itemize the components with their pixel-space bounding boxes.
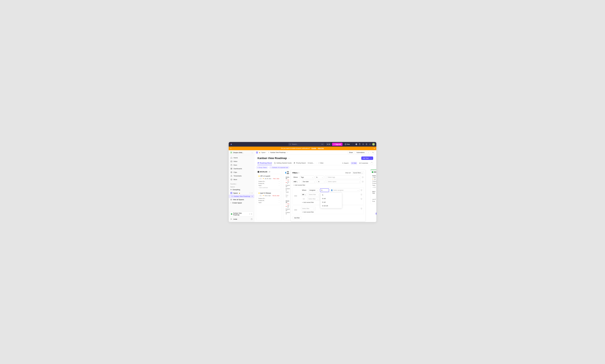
- tab-roadmap-board[interactable]: Roadmap Board: [258, 161, 272, 165]
- task-card[interactable]: Ipad V1 Release ⤷6 ⚑ Feb 5, 4am - Feb 16…: [257, 191, 281, 205]
- enable-notifications-link[interactable]: Enable: [311, 148, 316, 149]
- add-view-button[interactable]: +View: [318, 161, 323, 165]
- subtasks-pill[interactable]: ⤷Subtasks: As separate task: [269, 166, 289, 169]
- automations-button[interactable]: Automations: [355, 151, 366, 154]
- favorites-label[interactable]: Favorites›: [229, 182, 254, 185]
- sidebar-space[interactable]: SSpace🔒⋯+: [229, 191, 254, 195]
- workspace-picker[interactable]: D Dmytro Shkli... ⌄: [229, 150, 254, 155]
- apps-grid-icon[interactable]: [369, 143, 371, 145]
- group-pill[interactable]: ≡Group: Status: [256, 166, 268, 169]
- help-icon[interactable]: [251, 218, 252, 220]
- ai-button[interactable]: ✦ AI: [326, 143, 331, 146]
- collapse-icon[interactable]: ⌃: [370, 162, 373, 165]
- add-filter-button[interactable]: Add filter: [292, 216, 301, 220]
- sidebar-everything[interactable]: ✱Everything: [229, 188, 254, 191]
- filter-operator-select[interactable]: Is⌃ Is Is not Is set Is not set: [320, 189, 329, 192]
- nav-docs[interactable]: Docs: [229, 163, 254, 167]
- add-nested-filter-button[interactable]: +Add nested filter: [301, 211, 362, 213]
- tab-hide-button[interactable]: Hide: [351, 162, 357, 165]
- filter-operator-select[interactable]: Is⌄: [317, 180, 326, 183]
- column-header[interactable]: TO DO: [284, 170, 291, 176]
- sidebar-view-all-spaces[interactable]: View all Spaces: [229, 198, 254, 201]
- clear-all-button[interactable]: Clear all: [345, 172, 351, 174]
- global-search-input[interactable]: Search... ⌘K: [288, 143, 325, 146]
- nav-dashboards[interactable]: Dashboards: [229, 167, 254, 170]
- flag-icon[interactable]: ⚑: [263, 178, 264, 180]
- share-button[interactable]: Share: [348, 151, 354, 154]
- add-subtask-button[interactable]: + ADD S: [372, 187, 376, 188]
- new-button[interactable]: New: [344, 143, 351, 146]
- subtask-count-chip[interactable]: ⤷3: [259, 178, 262, 180]
- filter-field-select[interactable]: Assignee⌄: [308, 189, 319, 192]
- check-circle-icon[interactable]: [355, 143, 358, 145]
- upgrade-button[interactable]: ✦ Upgrade: [332, 143, 343, 146]
- dropdown-item-is-set[interactable]: Is set: [320, 200, 342, 204]
- pinned-item[interactable]: Kanban View Roadmap ↗✕: [230, 211, 253, 217]
- trash-icon[interactable]: [361, 208, 362, 209]
- column-header[interactable]: ✓DON: [370, 170, 376, 174]
- and-join-button[interactable]: AND⌄: [292, 180, 300, 183]
- tab-getting-started[interactable]: Getting Started Guide: [274, 161, 292, 165]
- info-icon[interactable]: ⓘ: [298, 172, 299, 174]
- tab-priority-board[interactable]: Priority Board: [294, 161, 306, 165]
- plus-icon[interactable]: +: [252, 192, 252, 194]
- nav-home[interactable]: Home: [229, 156, 254, 159]
- alarm-icon[interactable]: [362, 143, 364, 145]
- task-card[interactable]: API 1.3 Launch ⤷3 ⚑ Jan 29, 4am - Feb 2,…: [257, 174, 281, 190]
- subtask-count-chip[interactable]: ⤷6: [259, 195, 262, 197]
- tab-customize-button[interactable]: Customize: [358, 162, 369, 165]
- more-dots-icon[interactable]: ⋯: [287, 152, 288, 153]
- dropdown-item-is-not[interactable]: Is not: [320, 197, 342, 200]
- task-card[interactable]: Mobile Ap ⤷UX ⚑Jan 8 Feature DeProduct A…: [285, 176, 290, 198]
- task-card[interactable]: Mobile Ap ⤷Fac ⚑Jan 15 Feature DeProduct…: [285, 199, 290, 215]
- filter-field-select[interactable]: Select filter⌄: [307, 197, 319, 201]
- flag-icon[interactable]: ⚑: [263, 195, 264, 196]
- task-card[interactable]: Mobile A ⤷Fac ⚑Jan Feature DProduct ATea…: [371, 174, 376, 189]
- sidebar-kanban-roadmap[interactable]: Kanban View Roadmap5: [229, 195, 254, 198]
- invite-button[interactable]: Invite: [230, 217, 253, 221]
- filter-field-select[interactable]: Tags⌄: [300, 176, 314, 179]
- close-icon[interactable]: ✕: [374, 148, 375, 149]
- trash-icon[interactable]: [361, 198, 362, 200]
- add-subtask-button[interactable]: + ADD SUBTASK: [259, 187, 279, 188]
- column-header[interactable]: BACKLOG19: [256, 170, 282, 174]
- add-nested-filter-button[interactable]: +Add nested filter: [292, 184, 364, 186]
- trash-icon[interactable]: [361, 194, 362, 195]
- chevron-down-icon[interactable]: ⌄: [367, 151, 370, 154]
- tab-more[interactable]: 6 more...: [308, 161, 314, 165]
- tab-search-button[interactable]: Search: [341, 162, 349, 165]
- nav-clips[interactable]: Clips: [229, 170, 254, 174]
- saved-filters-button[interactable]: Saved filters⌄: [352, 171, 364, 174]
- more-dots-icon[interactable]: ⋯: [288, 157, 290, 159]
- trash-icon[interactable]: [362, 176, 364, 178]
- trash-icon[interactable]: [361, 189, 362, 191]
- filter-field-select[interactable]: Due date⌄: [302, 180, 316, 183]
- filter-value-select[interactable]: ⛶Select tags⌄: [325, 176, 361, 179]
- filter-field-select[interactable]: Select filter⌄: [308, 193, 320, 196]
- chevron-down-icon[interactable]: ⌄: [370, 157, 372, 159]
- nav-timesheets[interactable]: Timesheets: [229, 174, 254, 178]
- breadcrumb-space[interactable]: Space: [261, 152, 265, 153]
- dropdown-item-is[interactable]: Is: [320, 193, 342, 197]
- search-icon[interactable]: [371, 151, 375, 154]
- filter-value-select[interactable]: 👤Select assignee⌄: [330, 189, 360, 192]
- clipboard-icon[interactable]: [359, 143, 361, 145]
- user-avatar[interactable]: DS: [372, 143, 375, 146]
- nav-inbox[interactable]: Inbox: [229, 159, 254, 163]
- filter-value-select[interactable]: Select option⌄: [327, 180, 361, 183]
- or-join-button[interactable]: OR⌄: [301, 193, 307, 196]
- add-task-button[interactable]: Add Task ⌄: [361, 156, 373, 160]
- task-card[interactable]: bile A Cale cure EProd: [371, 190, 376, 203]
- more-dots-icon[interactable]: ⋯: [249, 192, 251, 194]
- close-icon[interactable]: ✕: [251, 213, 252, 215]
- filter-field-select[interactable]: Select filter⌄: [301, 207, 316, 210]
- add-subtask-button[interactable]: + ADD SU: [286, 194, 289, 197]
- dropdown-item-is-not-set[interactable]: Is not set: [320, 204, 342, 208]
- notes-icon[interactable]: [365, 143, 368, 145]
- breadcrumb-page[interactable]: Kanban View Roadmap: [270, 152, 286, 153]
- hide-notifications-link[interactable]: Hide this: [318, 148, 324, 149]
- sidebar-create-space[interactable]: +Create Space: [229, 201, 254, 205]
- filter-operator-select[interactable]: Is⌄: [315, 176, 324, 179]
- nav-more[interactable]: More: [229, 178, 254, 181]
- trash-icon[interactable]: [362, 181, 364, 182]
